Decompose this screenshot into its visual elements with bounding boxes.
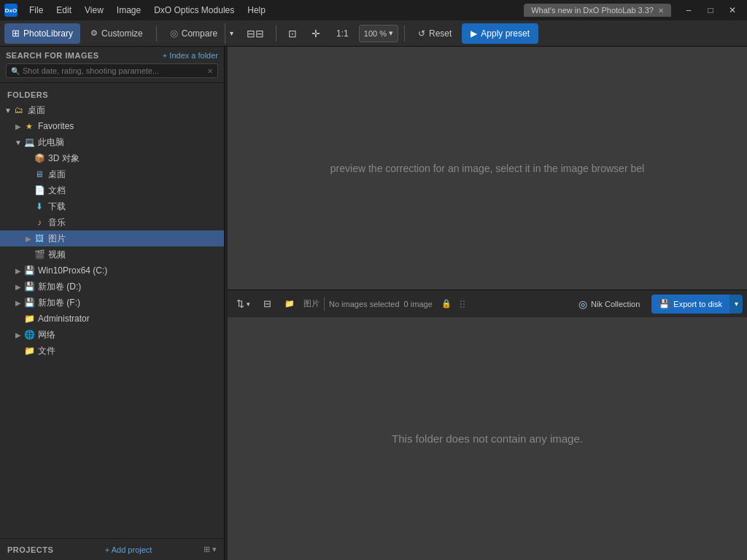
filmstrip-drag-handle[interactable] [460, 300, 465, 308]
tree-video-icon: 🎬 [34, 249, 45, 260]
tree-label-documents: 文档 [48, 184, 224, 197]
tree-label-drive-d: 新加卷 (D:) [38, 281, 224, 293]
compare-main-button[interactable]: ◎ Compare [163, 23, 225, 44]
tree-pictures-icon: 🖼 [34, 233, 45, 244]
lock-icon: 🔒 [441, 299, 452, 308]
search-input-wrapper: 🔍 ✕ [6, 63, 218, 78]
tree-3d-icon: 📦 [34, 153, 45, 163]
toolbar-separator-1 [156, 26, 157, 42]
search-input[interactable] [23, 66, 207, 75]
compare-dropdown-button[interactable]: ▾ [225, 23, 238, 44]
compare-button-group: ◎ Compare ▾ [163, 23, 238, 44]
export-label: Export to disk [673, 300, 722, 308]
tree-item-video[interactable]: 🎬 视频 [0, 246, 224, 262]
folders-title: FOLDERS [0, 88, 224, 102]
reset-button[interactable]: ↺ Reset [411, 23, 459, 44]
tree-label-desktop: 桌面 [28, 104, 224, 117]
tree-arrow-favorites: ▶ [13, 122, 23, 131]
tab-label: What's new in DxO PhotoLab 3.3? [531, 6, 654, 15]
menu-optics[interactable]: DxO Optics Modules [148, 3, 240, 18]
search-clear-icon[interactable]: ✕ [207, 67, 213, 75]
customize-button[interactable]: ⚙ Customize [83, 23, 150, 44]
sort-icon: ⇅ [236, 298, 244, 309]
menu-image[interactable]: Image [111, 3, 147, 18]
folder-button[interactable]: 📁 [280, 295, 299, 313]
filmstrip-lock-button[interactable]: 🔒 [437, 295, 456, 313]
tree-item-documents[interactable]: 📄 文档 [0, 182, 224, 198]
tree-label-administrator: Administrator [38, 314, 224, 324]
viewer-preview-message: preview the correction for an image, sel… [316, 148, 659, 189]
folders-section: FOLDERS ▼ 🗂 桌面 ▶ ★ Favorites ▼ 💻 [0, 83, 224, 538]
tree-arrow-drive-c: ▶ [13, 267, 23, 275]
zoom-1to1-button[interactable]: 1:1 [329, 23, 356, 44]
crop-icon: ⊡ [288, 28, 297, 39]
tree-arrow-network: ▶ [13, 331, 23, 339]
whats-new-tab[interactable]: What's new in DxO PhotoLab 3.3? ✕ [524, 4, 671, 17]
toolbar-separator-2 [276, 26, 276, 42]
reset-icon: ↺ [418, 28, 425, 39]
tree-item-drive-f[interactable]: ▶ 💾 新加卷 (F:) [0, 295, 224, 311]
tree-item-pictures[interactable]: ▶ 🖼 图片 [0, 230, 224, 246]
tree-downloads-icon: ⬇ [34, 201, 45, 211]
tree-item-music[interactable]: ♪ 音乐 [0, 214, 224, 230]
zoom-percent-value: 100 % [364, 29, 387, 38]
tree-item-favorites[interactable]: ▶ ★ Favorites [0, 118, 224, 134]
tree-label-drive-c: Win10Prox64 (C:) [38, 265, 224, 276]
side-by-side-button[interactable]: ⊟⊟ [241, 23, 270, 44]
tree-item-drive-d[interactable]: ▶ 💾 新加卷 (D:) [0, 279, 224, 295]
apply-preset-button[interactable]: ▶ Apply preset [462, 23, 538, 44]
close-button[interactable]: ✕ [722, 2, 743, 18]
export-dropdown-button[interactable]: ▾ [729, 295, 743, 314]
tree-desktop-sub-icon: 🖥 [34, 169, 45, 179]
viewer-content: preview the correction for an image, sel… [228, 47, 747, 289]
compare-icon: ◎ [170, 28, 178, 39]
move-button[interactable]: ✛ [306, 23, 326, 44]
tree-label-files: 文件 [38, 345, 224, 357]
export-main-button[interactable]: 💾 Export to disk [651, 295, 729, 314]
tree-item-drive-c[interactable]: ▶ 💾 Win10Prox64 (C:) [0, 262, 224, 279]
filter-button[interactable]: ⊟ [259, 295, 276, 313]
filter-icon: ⊟ [263, 298, 271, 309]
tree-item-this-pc[interactable]: ▼ 💻 此电脑 [0, 134, 224, 150]
middle-area: SEARCH FOR IMAGES + Index a folder 🔍 ✕ F… [0, 47, 747, 560]
tree-item-desktop-root[interactable]: ▼ 🗂 桌面 [0, 102, 224, 118]
tree-files-icon: 📁 [23, 346, 35, 356]
customize-label: Customize [101, 28, 143, 39]
maximize-button[interactable]: □ [700, 2, 721, 18]
tree-item-network[interactable]: ▶ 🌐 网络 [0, 327, 224, 343]
menu-help[interactable]: Help [241, 3, 271, 18]
tree-item-3d[interactable]: 📦 3D 对象 [0, 150, 224, 166]
photo-library-button[interactable]: ⊞ PhotoLibrary [4, 23, 80, 44]
tree-drive-f-icon: 💾 [23, 298, 35, 308]
tab-close-icon[interactable]: ✕ [658, 7, 664, 15]
tree-item-administrator[interactable]: 📁 Administrator [0, 311, 224, 327]
zoom-percent-display[interactable]: 100 % ▾ [359, 25, 398, 42]
tree-label-music: 音乐 [48, 217, 224, 229]
tree-item-downloads[interactable]: ⬇ 下载 [0, 198, 224, 214]
menu-edit[interactable]: Edit [50, 3, 77, 18]
title-bar: DxO File Edit View Image DxO Optics Modu… [0, 0, 747, 20]
tree-documents-icon: 📄 [34, 185, 45, 195]
toolbar-separator-3 [404, 26, 405, 42]
index-folder-button[interactable]: + Index a folder [163, 51, 218, 60]
menu-file[interactable]: File [23, 3, 49, 18]
add-project-button[interactable]: + Add project [105, 545, 152, 554]
tree-arrow-drive-d: ▶ [13, 283, 23, 291]
tree-item-files[interactable]: 📁 文件 [0, 343, 224, 359]
minimize-button[interactable]: – [678, 2, 699, 18]
nik-collection-button[interactable]: ◎ Nik Collection [571, 295, 647, 314]
tree-item-desktop-sub[interactable]: 🖥 桌面 [0, 166, 224, 182]
tree-label-3d: 3D 对象 [48, 152, 224, 165]
tree-star-icon-favorites: ★ [23, 121, 35, 131]
project-options-button[interactable]: ⊞ ▾ [204, 545, 217, 554]
menu-view[interactable]: View [79, 3, 109, 18]
main-content: SEARCH FOR IMAGES + Index a folder 🔍 ✕ F… [0, 47, 747, 560]
crop-button[interactable]: ⊡ [282, 23, 303, 44]
filmstrip-image-count: 0 image [404, 300, 433, 308]
apply-preset-label: Apply preset [481, 28, 530, 39]
tree-label-downloads: 下载 [48, 201, 224, 213]
sort-button[interactable]: ⇅ ▾ [232, 295, 255, 313]
zoom-1to1-label: 1:1 [336, 28, 349, 39]
tree-arrow-desktop: ▼ [3, 106, 13, 114]
export-icon: 💾 [659, 299, 670, 309]
